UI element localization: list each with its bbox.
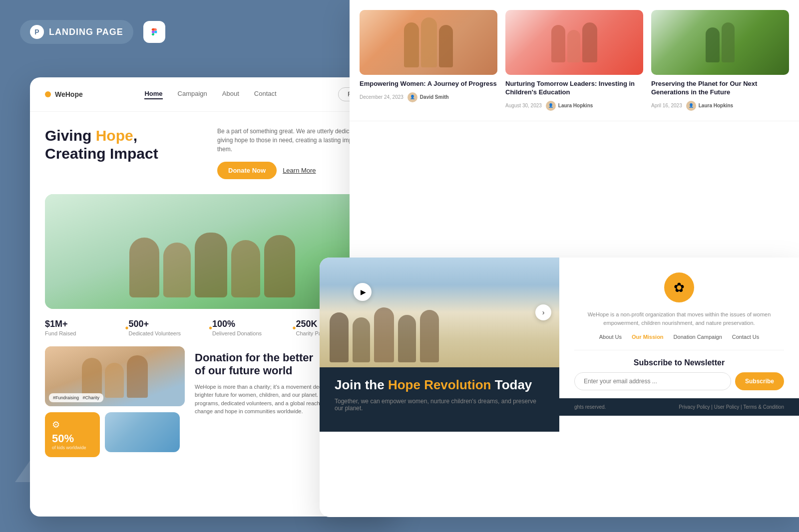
footer-link-about[interactable]: About Us (599, 334, 622, 340)
footer-link-contact[interactable]: Contact Us (732, 334, 759, 340)
footer-link-donation[interactable]: Donation Campaign (674, 334, 722, 340)
planet-silhouettes (706, 22, 735, 62)
nav-about[interactable]: About (222, 90, 239, 99)
bottom-right-panel: › Join the Hope Revolution Today Togethe… (320, 258, 799, 517)
nav-contact[interactable]: Contact (254, 90, 277, 99)
community-image-inner: #Fundraising #Charity (45, 346, 185, 406)
hero-title: Giving Hope, Creating Impact (45, 127, 207, 163)
top-bar: P LANDING PAGE (20, 20, 165, 44)
children-silhouettes (551, 22, 597, 62)
author-1-avatar: 👤 (407, 92, 417, 102)
blog-card-3-image (651, 10, 789, 75)
blog-card-1-image (360, 10, 497, 75)
kid-3 (195, 233, 227, 297)
play-icon: ▶ (361, 288, 366, 296)
author-1-name: David Smith (420, 94, 449, 100)
blog-card-3-title: Preserving the Planet for Our Next Gener… (651, 80, 789, 97)
navbar: WeHope Home Campaign About Contact Regis… (30, 77, 395, 112)
nav-campaign[interactable]: Campaign (178, 90, 207, 99)
subscribe-section: Subscribe to Newsletter Subscribe (574, 350, 784, 390)
blog-card-2-date: August 30, 2023 (505, 103, 542, 108)
blog-card-3-author: 👤 Laura Hopkins (686, 101, 733, 111)
author-3-name: Laura Hopkins (699, 103, 733, 108)
hero-image-content (45, 194, 380, 309)
hero-image: ▶ (45, 194, 380, 309)
percentage-label: of kids worldwide (52, 445, 93, 450)
stat-vol-label: Dedicated Volunteers (129, 330, 213, 336)
logo-text: WeHope (55, 90, 83, 98)
copyright-text: ghts reserved. (574, 404, 606, 410)
stat-fund-value: $1M+ (45, 319, 129, 329)
subscribe-title: Subscribe to Newsletter (574, 358, 784, 367)
blog-card-1-title: Empowering Women: A Journey of Progress (360, 80, 497, 88)
badge-icon: P (30, 25, 44, 39)
stat-don-value: 100% (212, 319, 296, 329)
person-2 (105, 363, 124, 398)
community-silhouettes (82, 355, 148, 398)
nav-logo: WeHope (45, 90, 83, 98)
donate-now-button[interactable]: Donate Now (217, 162, 277, 179)
footer-logo: ✿ (664, 272, 694, 302)
stat-fund-label: Fund Raised (45, 330, 129, 336)
author-3-avatar: 👤 (686, 101, 696, 111)
planet-image (651, 10, 789, 75)
author-2-avatar: 👤 (546, 101, 556, 111)
nav-links: Home Campaign About Contact (103, 90, 319, 99)
family-image (105, 412, 180, 452)
blog-card-1-meta: December 24, 2023 👤 David Smith (360, 92, 497, 102)
bottom-footer: ghts reserved. Privacy Policy | User Pol… (559, 398, 799, 416)
join-highlight: Hope Revolution (388, 377, 491, 392)
hero-section: Giving Hope, Creating Impact Be a part o… (30, 112, 395, 194)
stat-volunteers: 500+ Dedicated Volunteers (129, 319, 213, 336)
hero-title-line2: Creating Impact (45, 145, 158, 162)
percentage-value: 50% (52, 432, 93, 445)
join-title: Join the Hope Revolution Today (335, 377, 544, 393)
beach-section: › Join the Hope Revolution Today Togethe… (320, 258, 799, 517)
children-image (505, 10, 643, 75)
logo-dot (45, 91, 51, 97)
play-button[interactable]: ▶ (354, 283, 372, 301)
subscribe-input-row: Subscribe (574, 372, 784, 390)
mini-card-percentage: ⚙ 50% of kids worldwide (45, 412, 100, 457)
blog-card-2: Nurturing Tomorrow Leaders: Investing in… (505, 10, 643, 111)
blog-card-2-title: Nurturing Tomorrow Leaders: Investing in… (505, 80, 643, 97)
blog-card-2-author: 👤 Laura Hopkins (546, 101, 593, 111)
blog-card-3-date: April 16, 2023 (651, 103, 682, 108)
landing-badge: P LANDING PAGE (20, 20, 133, 44)
stat-vol-value: 500+ (129, 319, 213, 329)
footer-about-text: WeHope is a non-profit organization that… (574, 310, 784, 327)
blog-card-1: Empowering Women: A Journey of Progress … (360, 10, 497, 111)
women-image (360, 10, 497, 75)
footer-logo-icon: ✿ (674, 280, 685, 295)
email-input[interactable] (574, 372, 731, 390)
mini-cards: ⚙ 50% of kids worldwide (45, 412, 185, 457)
footer-link-mission[interactable]: Our Mission (632, 334, 664, 340)
blog-card-3: Preserving the Planet for Our Next Gener… (651, 10, 789, 111)
blog-card-2-image (505, 10, 643, 75)
author-2-name: Laura Hopkins (558, 103, 593, 108)
nav-home[interactable]: Home (144, 90, 162, 99)
subscribe-button[interactable]: Subscribe (735, 372, 784, 390)
gear-icon: ⚙ (52, 419, 93, 430)
learn-more-button[interactable]: Learn More (283, 167, 316, 174)
hero-title-highlight: Hope (96, 127, 133, 144)
community-image: #Fundraising #Charity (45, 346, 185, 406)
figma-icon[interactable] (143, 21, 165, 43)
footer-content: ✿ WeHope is a non-profit organization th… (559, 258, 799, 517)
kids-silhouettes (129, 206, 295, 297)
kid-5 (264, 235, 295, 297)
person-1 (82, 358, 102, 398)
policy-links: Privacy Policy | User Policy | Terms & C… (679, 404, 784, 410)
beach-people (320, 307, 559, 367)
women-silhouettes (404, 17, 453, 67)
join-dark-section: Join the Hope Revolution Today Together,… (320, 367, 559, 432)
blog-cards-container: Empowering Women: A Journey of Progress … (350, 0, 799, 121)
kid-4 (231, 240, 260, 297)
footer-links: About Us Our Mission Donation Campaign C… (574, 334, 784, 340)
person-3 (127, 355, 148, 398)
kid-2 (163, 243, 191, 297)
kid-1 (129, 238, 159, 297)
next-slide-button[interactable]: › (535, 304, 551, 320)
stat-fund-raised: $1M+ Fund Raised (45, 319, 129, 336)
stat-don-label: Delivered Donations (212, 330, 296, 336)
